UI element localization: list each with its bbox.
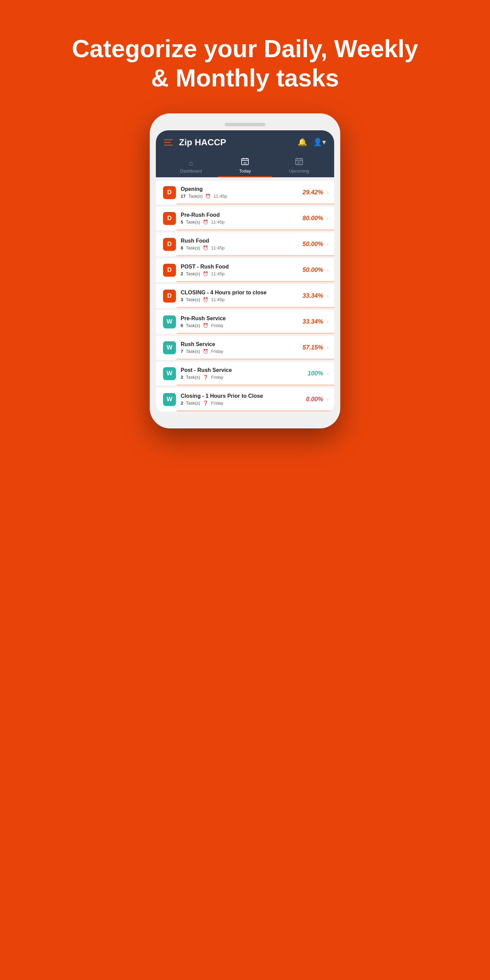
task-meta: 7 Task(s) ⏰ Friday <box>181 349 302 354</box>
task-due: 11:45p <box>211 271 224 276</box>
task-item[interactable]: D Rush Food 8 Task(s) ⏰ 11:45p 50.00% › <box>156 232 334 256</box>
task-badge: D <box>163 212 176 225</box>
task-divider <box>177 385 334 385</box>
user-icon[interactable]: 👤▾ <box>313 138 326 147</box>
task-name: Closing - 1 Hours Prior to Close <box>181 393 306 399</box>
task-count: 3 <box>181 297 183 302</box>
task-badge: D <box>163 186 176 199</box>
task-name: Post - Rush Service <box>181 367 308 373</box>
task-percent: 33.34% <box>302 292 323 299</box>
task-meta: 6 Task(s) ⏰ Friday <box>181 323 302 328</box>
task-unit: Task(s) <box>186 297 200 302</box>
task-meta: 2 Task(s) ❓ Friday <box>181 375 308 380</box>
task-badge: W <box>163 315 176 328</box>
task-list: D Opening 17 Task(s) ⏰ 11:45p 29.42% › D… <box>156 177 334 415</box>
task-info: Rush Food 8 Task(s) ⏰ 11:45p <box>181 238 302 250</box>
phone-screen: Zip HACCP 🔔 👤▾ ⌂ Dashboard <box>156 130 334 415</box>
hero-section: Categorize your Daily, Weekly & Monthly … <box>31 0 459 113</box>
task-info: Rush Service 7 Task(s) ⏰ Friday <box>181 341 302 354</box>
task-unit: Task(s) <box>186 220 200 224</box>
task-percent: 33.34% <box>302 318 323 325</box>
task-percent: 0.00% <box>306 396 323 403</box>
task-unit: Task(s) <box>186 271 200 276</box>
task-meta: 2 Task(s) ⏰ 11:45p <box>181 271 302 276</box>
task-meta: 3 Task(s) ⏰ 11:45p <box>181 297 302 302</box>
task-badge: D <box>163 264 176 277</box>
task-meta: 2 Task(s) ❓ Friday <box>181 401 306 406</box>
task-meta: 5 Task(s) ⏰ 11:45p <box>181 220 302 224</box>
task-item[interactable]: W Closing - 1 Hours Prior to Close 2 Tas… <box>156 388 334 411</box>
task-divider <box>177 229 334 231</box>
task-unit: Task(s) <box>188 194 202 199</box>
app-header: Zip HACCP 🔔 👤▾ ⌂ Dashboard <box>156 130 334 177</box>
task-count: 2 <box>181 401 183 406</box>
hamburger-icon[interactable] <box>164 139 173 146</box>
chevron-right-icon: › <box>327 266 329 274</box>
chevron-right-icon: › <box>327 240 329 248</box>
task-item[interactable]: D Pre-Rush Food 5 Task(s) ⏰ 11:45p 80.00… <box>156 207 334 231</box>
chevron-right-icon: › <box>327 370 329 377</box>
task-due: 11:45p <box>211 297 224 302</box>
task-name: CLOSING - 4 Hours prior to close <box>181 290 302 296</box>
clock-icon: ⏰ <box>203 349 208 354</box>
task-percent: 29.42% <box>302 189 323 196</box>
task-item[interactable]: D POST - Rush Food 2 Task(s) ⏰ 11:45p 50… <box>156 258 334 282</box>
chevron-right-icon: › <box>327 215 329 222</box>
task-count: 17 <box>181 194 185 199</box>
question-icon: ❓ <box>203 401 208 406</box>
task-unit: Task(s) <box>186 245 200 250</box>
task-info: Closing - 1 Hours Prior to Close 2 Task(… <box>181 393 306 406</box>
task-percent: 80.00% <box>302 215 323 222</box>
chevron-right-icon: › <box>327 318 329 325</box>
question-icon: ❓ <box>203 375 208 380</box>
task-count: 8 <box>181 245 183 250</box>
task-count: 6 <box>181 323 183 328</box>
task-divider <box>177 307 334 308</box>
task-item[interactable]: W Post - Rush Service 2 Task(s) ❓ Friday… <box>156 362 334 385</box>
nav-dashboard[interactable]: ⌂ Dashboard <box>164 156 218 177</box>
clock-icon: ⏰ <box>203 297 208 302</box>
task-info: Pre-Rush Food 5 Task(s) ⏰ 11:45p <box>181 212 302 224</box>
upcoming-icon <box>295 157 303 167</box>
chevron-right-icon: › <box>327 396 329 403</box>
task-count: 2 <box>181 375 183 380</box>
task-name: Rush Food <box>181 238 302 244</box>
task-badge: D <box>163 290 176 302</box>
clock-icon: ⏰ <box>205 194 211 199</box>
phone-mockup: Zip HACCP 🔔 👤▾ ⌂ Dashboard <box>150 113 340 428</box>
task-count: 2 <box>181 271 183 276</box>
task-percent: 100% <box>308 370 323 377</box>
task-meta: 17 Task(s) ⏰ 11:45p <box>181 194 302 199</box>
task-unit: Task(s) <box>186 323 200 328</box>
task-item[interactable]: W Rush Service 7 Task(s) ⏰ Friday 57.15%… <box>156 336 334 360</box>
svg-rect-5 <box>296 159 302 165</box>
app-title: Zip HACCP <box>179 137 298 148</box>
task-item[interactable]: D CLOSING - 4 Hours prior to close 3 Tas… <box>156 284 334 308</box>
task-divider <box>177 281 334 282</box>
task-due: Friday <box>211 401 223 406</box>
chevron-right-icon: › <box>327 344 329 351</box>
task-meta: 8 Task(s) ⏰ 11:45p <box>181 245 302 250</box>
bell-icon[interactable]: 🔔 <box>298 138 307 147</box>
task-due: Friday <box>211 349 223 354</box>
clock-icon: ⏰ <box>203 323 208 328</box>
chevron-right-icon: › <box>327 292 329 299</box>
task-badge: W <box>163 367 176 380</box>
bottom-nav: ⌂ Dashboard 24 <box>164 154 326 177</box>
today-label: Today <box>239 169 251 173</box>
task-info: Post - Rush Service 2 Task(s) ❓ Friday <box>181 367 308 380</box>
task-divider <box>177 359 334 360</box>
nav-upcoming[interactable]: Upcoming <box>272 154 326 177</box>
task-item[interactable]: D Opening 17 Task(s) ⏰ 11:45p 29.42% › <box>156 181 334 205</box>
task-count: 7 <box>181 349 183 354</box>
header-top: Zip HACCP 🔔 👤▾ <box>164 137 326 154</box>
task-due: 11:45p <box>211 220 224 224</box>
task-item[interactable]: W Pre-Rush Service 6 Task(s) ⏰ Friday 33… <box>156 310 334 334</box>
task-unit: Task(s) <box>186 349 200 354</box>
task-name: Pre-Rush Food <box>181 212 302 218</box>
task-divider <box>177 255 334 256</box>
nav-today[interactable]: 24 Today <box>218 154 272 177</box>
task-due: 11:45p <box>211 245 224 250</box>
task-name: Opening <box>181 186 302 192</box>
task-divider <box>177 410 334 411</box>
